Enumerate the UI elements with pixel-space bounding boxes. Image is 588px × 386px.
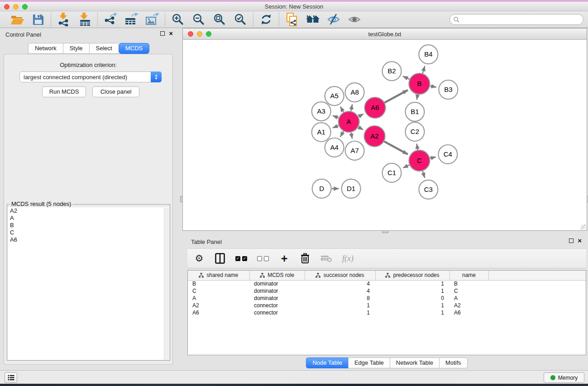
- memory-button[interactable]: Memory: [544, 372, 584, 383]
- graph-node-A7[interactable]: A7: [345, 141, 364, 160]
- optimization-criterion-dropdown[interactable]: largest connected component (directed) ▴…: [19, 71, 162, 82]
- table-cell[interactable]: A6: [188, 309, 249, 316]
- table-row[interactable]: A2connector11A2: [188, 302, 586, 309]
- network-canvas[interactable]: B4B2BB3A5A8A6B1A3AC2A1A2A4A7C4CC1C3DD1: [183, 40, 587, 230]
- zoom-out-button[interactable]: [191, 12, 206, 27]
- graph-node-C4[interactable]: C4: [438, 145, 457, 164]
- tab-node-table[interactable]: Node Table: [306, 357, 348, 368]
- table-row[interactable]: A6connector11A6: [188, 309, 586, 316]
- table-cell[interactable]: dominator: [249, 295, 305, 302]
- table-cell[interactable]: dominator: [249, 280, 305, 287]
- tab-select[interactable]: Select: [89, 43, 119, 54]
- table-cell[interactable]: 1: [375, 302, 449, 309]
- show-panels-list-button[interactable]: [5, 372, 17, 383]
- mcds-result-item[interactable]: B: [8, 222, 169, 229]
- graph-node-B2[interactable]: B2: [382, 62, 402, 81]
- tab-network-table[interactable]: Network Table: [390, 357, 439, 368]
- column-header-shared-name[interactable]: shared name: [188, 271, 249, 280]
- graph-node-A6[interactable]: A6: [365, 97, 386, 118]
- tab-edge-table[interactable]: Edge Table: [348, 357, 390, 368]
- graph-node-A4[interactable]: A4: [325, 138, 344, 157]
- table-cell[interactable]: A: [188, 295, 249, 302]
- graph-node-C2[interactable]: C2: [405, 122, 424, 141]
- table-cell[interactable]: 1: [375, 309, 449, 316]
- graph-node-B4[interactable]: B4: [419, 45, 438, 64]
- graph-node-C[interactable]: C: [409, 150, 430, 171]
- table-cell[interactable]: dominator: [249, 287, 305, 295]
- table-cell[interactable]: C: [188, 287, 249, 295]
- table-cell[interactable]: 4: [305, 280, 375, 287]
- graph-node-A3[interactable]: A3: [312, 102, 331, 121]
- hide-selected-button[interactable]: [326, 12, 341, 27]
- graph-node-A2[interactable]: A2: [364, 126, 385, 147]
- table-cell[interactable]: connector: [249, 309, 305, 316]
- column-header-mcds-role[interactable]: MCDS role: [249, 271, 305, 280]
- table-row[interactable]: Cdominator41C: [188, 287, 586, 295]
- graph-edge-A-A7[interactable]: [351, 133, 352, 139]
- table-settings-gear-icon[interactable]: ⚙: [194, 253, 205, 264]
- graph-node-C1[interactable]: C1: [382, 163, 402, 182]
- tab-network[interactable]: Network: [28, 43, 63, 54]
- tab-style[interactable]: Style: [63, 43, 89, 54]
- home-button[interactable]: [306, 12, 320, 27]
- graph-edge-A-A4[interactable]: [340, 131, 344, 137]
- network-canvas-svg[interactable]: B4B2BB3A5A8A6B1A3AC2A1A2A4A7C4CC1C3DD1: [183, 40, 587, 230]
- float-panel-icon[interactable]: [569, 238, 574, 243]
- graph-edge-B-B4[interactable]: [423, 66, 425, 73]
- tab-motifs[interactable]: Motifs: [439, 357, 468, 368]
- horizontal-scrollbar-stub[interactable]: [382, 230, 388, 233]
- graph-edge-A6-B[interactable]: [385, 90, 408, 103]
- refresh-button[interactable]: [259, 12, 273, 27]
- graph-edge-A-A2[interactable]: [358, 127, 363, 130]
- column-header-name[interactable]: name: [449, 271, 488, 280]
- graph-edge-A-A5[interactable]: [340, 107, 344, 113]
- zoom-fit-button[interactable]: [212, 12, 227, 27]
- select-all-icon[interactable]: ✓ ✓: [235, 253, 247, 264]
- table-cell[interactable]: A2: [188, 302, 249, 309]
- clone-network-button[interactable]: [285, 12, 299, 27]
- graph-node-B3[interactable]: B3: [439, 80, 458, 99]
- graph-node-C3[interactable]: C3: [419, 180, 438, 199]
- zoom-in-button[interactable]: [171, 12, 185, 27]
- table-row[interactable]: Bdominator41B: [188, 280, 586, 287]
- tab-mcds[interactable]: MCDS: [119, 43, 149, 54]
- graph-node-A[interactable]: A: [339, 111, 359, 132]
- graph-node-A8[interactable]: A8: [345, 83, 364, 102]
- graph-edge-A-A1[interactable]: [333, 126, 339, 128]
- import-network-button[interactable]: [57, 12, 71, 27]
- graph-edge-C-C2[interactable]: [417, 144, 418, 150]
- graph-edge-A-A6[interactable]: [359, 114, 363, 117]
- table-cell[interactable]: B: [449, 280, 488, 287]
- table-cell[interactable]: B: [188, 280, 249, 287]
- close-panel-icon[interactable]: ×: [578, 238, 582, 243]
- table-cell[interactable]: 8: [305, 295, 375, 302]
- graph-edge-B-B1[interactable]: [417, 95, 418, 100]
- mcds-result-scrollbar[interactable]: [164, 208, 170, 360]
- graph-node-A1[interactable]: A1: [312, 123, 331, 142]
- table-cell[interactable]: 1: [375, 280, 449, 287]
- import-table-button[interactable]: [77, 12, 92, 27]
- table-cell[interactable]: 0: [375, 295, 449, 302]
- delete-column-icon[interactable]: [300, 253, 311, 264]
- export-table-button[interactable]: [124, 12, 139, 27]
- zoom-selected-button[interactable]: [233, 12, 248, 27]
- save-session-button[interactable]: [31, 12, 45, 27]
- graph-node-A5[interactable]: A5: [325, 86, 344, 105]
- window-resize-grip[interactable]: [581, 224, 586, 230]
- mcds-result-item[interactable]: A2: [8, 207, 169, 214]
- mcds-result-item[interactable]: A: [8, 214, 169, 222]
- column-header-successor-nodes[interactable]: successor nodes: [305, 271, 375, 280]
- mcds-result-item[interactable]: A6: [8, 236, 169, 243]
- export-image-button[interactable]: [145, 12, 159, 27]
- table-cell[interactable]: 1: [305, 302, 375, 309]
- vertical-scrollbar-stub[interactable]: [180, 196, 183, 202]
- graph-node-B1[interactable]: B1: [405, 102, 424, 121]
- graph-node-D[interactable]: D: [312, 179, 331, 198]
- table-row[interactable]: Adominator80A: [188, 295, 586, 302]
- graph-edge-B-B2[interactable]: [403, 76, 410, 79]
- graph-edge-A2-C[interactable]: [384, 141, 408, 154]
- graph-edge-C-C3[interactable]: [423, 171, 425, 178]
- graph-node-B[interactable]: B: [409, 73, 430, 94]
- table-cell[interactable]: A6: [449, 309, 488, 316]
- graph-edge-B-B3[interactable]: [430, 86, 436, 87]
